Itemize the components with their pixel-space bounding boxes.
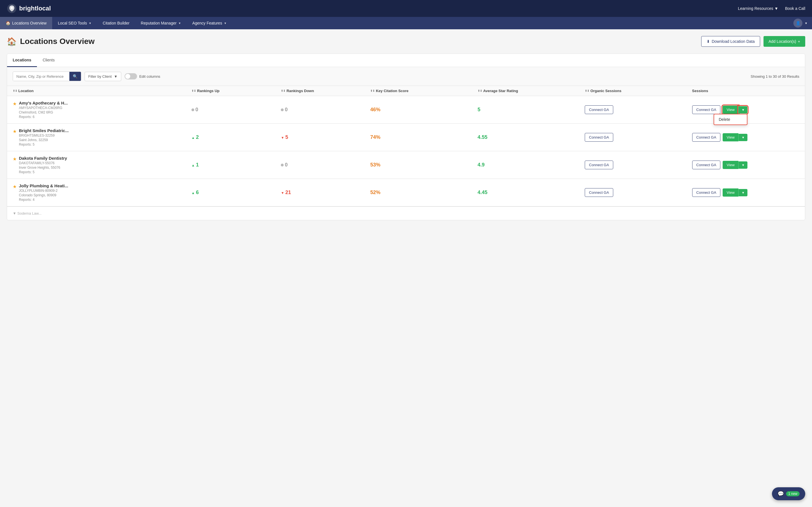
sessions-cell: Connect GA View ▼ — [692, 161, 799, 169]
page-title-section: 🏠 Locations Overview — [7, 37, 95, 46]
results-info: Showing 1 to 30 of 30 Results — [751, 74, 799, 78]
connect-ga-sessions-button[interactable]: Connect GA — [692, 188, 721, 197]
th-organic-sessions: ⬆⬇ Organic Sessions — [585, 89, 692, 93]
logo-text: brightlocal — [19, 5, 51, 12]
user-avatar[interactable]: 👤 — [794, 18, 802, 27]
connect-ga-sessions-button[interactable]: Connect GA — [692, 133, 721, 142]
neutral-dot-icon — [192, 108, 194, 111]
search-button[interactable]: 🔍 — [69, 72, 81, 81]
sort-icon: ⬆⬇ — [585, 89, 589, 93]
location-name-text: Bright Smiles Pediatric... — [19, 128, 69, 133]
rankings-down-cell: 0 — [281, 162, 370, 168]
organic-sessions-cell: Connect GA — [585, 188, 692, 197]
nav-item-local-seo-tools[interactable]: Local SEO Tools ▼ — [52, 17, 97, 29]
tabs: Locations Clients — [7, 54, 805, 67]
search-icon: 🔍 — [73, 74, 78, 78]
nav-item-reputation-manager[interactable]: Reputation Manager ▼ — [135, 17, 187, 29]
organic-sessions-cell: Connect GA — [585, 105, 692, 114]
rankings-down-cell: 0 — [281, 107, 370, 113]
citation-score-cell: 52% — [370, 189, 477, 195]
connect-ga-sessions-button[interactable]: Connect GA — [692, 161, 721, 169]
chevron-down-icon: ▼ — [178, 22, 181, 25]
sessions-cell: Connect GA View ▼ — [692, 188, 799, 197]
rankings-up-cell: 2 — [192, 134, 281, 140]
view-dropdown-button[interactable]: ▼ — [739, 189, 748, 196]
plus-icon: + — [798, 39, 800, 44]
add-location-button[interactable]: Add Location(s) + — [763, 36, 805, 47]
sort-icon: ⬆⬇ — [192, 89, 196, 93]
learning-resources-link[interactable]: Learning Resources ▼ — [738, 6, 778, 11]
star-rating-cell: 5 — [477, 107, 585, 113]
chevron-down-icon: ▼ — [114, 74, 117, 78]
page-header: 🏠 Locations Overview ⬇ Download Location… — [7, 36, 805, 47]
connect-ga-sessions-button[interactable]: Connect GA — [692, 105, 721, 114]
star-rating-cell: 4.55 — [477, 134, 585, 140]
connect-ga-button[interactable]: Connect GA — [585, 188, 613, 197]
location-reports: Reports: 5 — [19, 170, 67, 174]
view-dropdown-button[interactable]: ▼ — [739, 106, 748, 114]
th-key-citation-score: ⬆⬇ Key Citation Score — [370, 89, 477, 93]
location-city: Inver Grove Heights, 55076 — [19, 166, 67, 170]
location-cell: ★ Dakota Family Dentistry DAKOTAFAMILY-5… — [13, 156, 192, 174]
delete-menu-item[interactable]: Delete — [714, 114, 747, 124]
favorite-star-icon[interactable]: ★ — [13, 101, 17, 107]
location-ref: AMYSAPOTHECA-CM26RG — [19, 106, 68, 110]
rankings-up-cell: 0 — [192, 107, 281, 113]
nav-item-agency-features[interactable]: Agency Features ▼ — [187, 17, 232, 29]
rankings-down-cell: 5 — [281, 134, 370, 140]
more-rows-indicator: ▼ Sodema Law... — [7, 207, 805, 220]
book-a-call-link[interactable]: Book a Call — [785, 6, 805, 11]
arrow-down-icon — [281, 189, 284, 195]
rankings-down-cell: 21 — [281, 189, 370, 195]
chat-bubble[interactable]: 💬 1 new — [772, 487, 805, 500]
edit-columns-toggle[interactable] — [124, 73, 137, 79]
location-cell: ★ Jolly Plumbing & Heati... JOLLYPLUMBIN… — [13, 183, 192, 202]
sessions-cell: Connect GA View ▼ Delete — [692, 105, 799, 114]
table-header: ⬆⬇ Location ⬆⬇ Rankings Up ⬆⬇ Rankings D… — [7, 86, 805, 96]
view-button[interactable]: View — [723, 133, 739, 142]
arrow-up-icon — [192, 162, 195, 168]
organic-sessions-cell: Connect GA — [585, 161, 692, 169]
download-location-data-button[interactable]: ⬇ Download Location Data — [701, 36, 760, 47]
star-rating-cell: 4.9 — [477, 162, 585, 168]
citation-score-cell: 74% — [370, 134, 477, 140]
connect-ga-button[interactable]: Connect GA — [585, 105, 613, 114]
view-button[interactable]: View — [723, 161, 739, 169]
favorite-star-icon[interactable]: ★ — [13, 156, 17, 162]
rankings-up-cell: 6 — [192, 189, 281, 195]
view-button-wrap: View ▼ — [723, 161, 748, 169]
locations-card: Locations Clients 🔍 Filter by Client ▼ E… — [7, 54, 805, 220]
chevron-down-icon: ▼ — [774, 6, 778, 11]
location-reports: Reports: 4 — [19, 198, 68, 202]
favorite-star-icon[interactable]: ★ — [13, 184, 17, 189]
location-name: ★ Bright Smiles Pediatric... BRIGHTSMILE… — [13, 128, 192, 147]
location-name: ★ Jolly Plumbing & Heati... JOLLYPLUMBIN… — [13, 183, 192, 202]
view-dropdown-button[interactable]: ▼ — [739, 161, 748, 169]
location-name-text: Dakota Family Dentistry — [19, 156, 67, 161]
tab-clients[interactable]: Clients — [37, 54, 60, 67]
search-input[interactable] — [13, 72, 69, 81]
favorite-star-icon[interactable]: ★ — [13, 129, 17, 134]
search-input-wrap: 🔍 — [13, 71, 81, 81]
logo[interactable]: brightlocal — [7, 3, 51, 13]
th-rankings-down: ⬆⬇ Rankings Down — [281, 89, 370, 93]
page-title-icon: 🏠 — [7, 37, 17, 46]
view-button[interactable]: View — [723, 188, 739, 196]
table-row: ★ Jolly Plumbing & Heati... JOLLYPLUMBIN… — [7, 179, 805, 207]
main-content: 🏠 Locations Overview ⬇ Download Location… — [0, 29, 812, 503]
citation-score-cell: 46% — [370, 107, 477, 113]
tab-locations[interactable]: Locations — [7, 54, 37, 67]
view-button[interactable]: View — [723, 106, 739, 114]
th-sessions: Sessions — [692, 89, 799, 93]
nav-item-locations-overview[interactable]: 🏠 Locations Overview — [0, 17, 52, 29]
table-row: ★ Amy's Apothecary & H... AMYSAPOTHECA-C… — [7, 96, 805, 124]
svg-point-1 — [11, 7, 13, 9]
connect-ga-button[interactable]: Connect GA — [585, 161, 613, 169]
arrow-down-icon — [281, 134, 284, 140]
location-ref: JOLLYPLUMBIN-80909-2 — [19, 189, 68, 193]
connect-ga-button[interactable]: Connect GA — [585, 133, 613, 142]
location-name: ★ Amy's Apothecary & H... AMYSAPOTHECA-C… — [13, 101, 192, 119]
filter-by-client-dropdown[interactable]: Filter by Client ▼ — [85, 72, 121, 81]
nav-item-citation-builder[interactable]: Citation Builder — [97, 17, 135, 29]
view-dropdown-button[interactable]: ▼ — [739, 134, 748, 141]
